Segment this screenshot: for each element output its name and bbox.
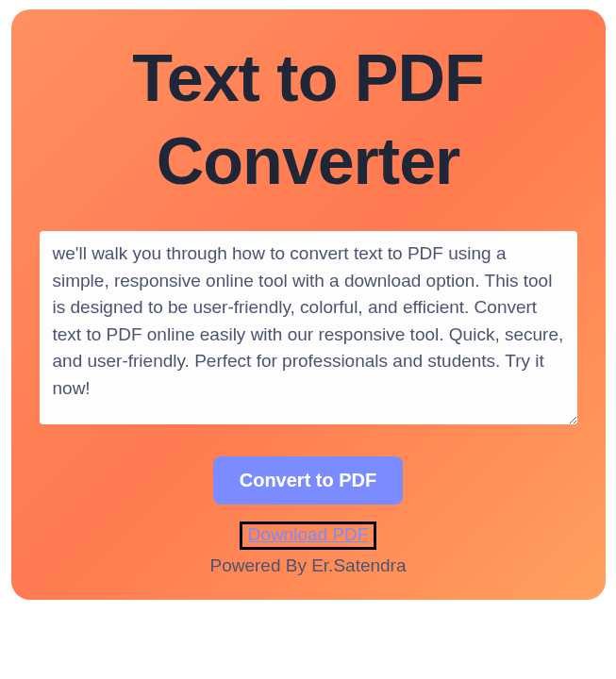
convert-button[interactable]: Convert to PDF	[213, 456, 404, 505]
text-input[interactable]	[40, 231, 577, 424]
textarea-wrapper	[40, 231, 577, 428]
powered-by-text: Powered By Er.Satendra	[40, 555, 577, 576]
download-pdf-link[interactable]: Download PDF	[240, 522, 377, 550]
converter-card: Text to PDF Converter Convert to PDF Dow…	[11, 9, 606, 600]
page-title: Text to PDF Converter	[40, 38, 577, 203]
